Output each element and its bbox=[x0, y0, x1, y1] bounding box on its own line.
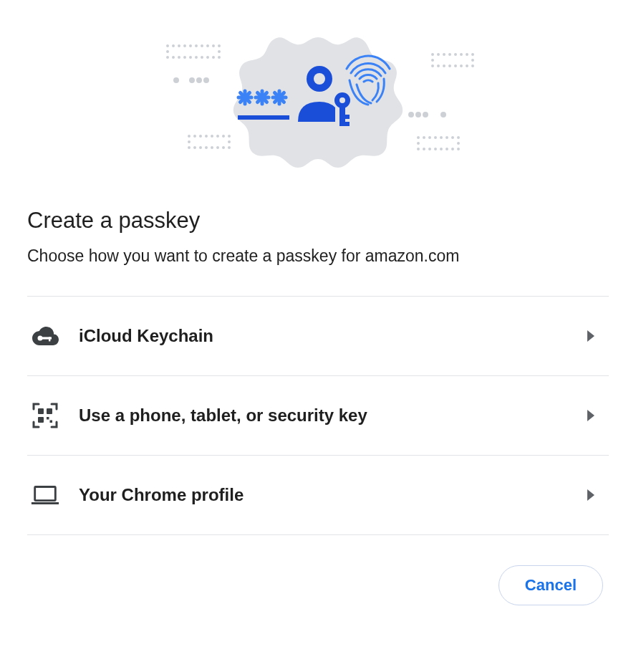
svg-point-1 bbox=[189, 77, 195, 83]
svg-point-23 bbox=[206, 56, 209, 59]
svg-point-66 bbox=[417, 136, 420, 139]
option-label: iCloud Keychain bbox=[79, 326, 587, 346]
svg-rect-102 bbox=[339, 115, 350, 119]
cloud-key-icon bbox=[30, 321, 60, 351]
svg-point-74 bbox=[417, 142, 420, 145]
laptop-icon bbox=[30, 480, 60, 510]
svg-point-15 bbox=[218, 50, 221, 53]
svg-point-47 bbox=[440, 112, 446, 117]
svg-point-45 bbox=[415, 112, 421, 117]
svg-point-58 bbox=[431, 64, 434, 67]
svg-point-48 bbox=[431, 53, 434, 56]
svg-point-43 bbox=[228, 146, 231, 149]
passkey-options-list: iCloud Keychain Use a phone, tablet, or … bbox=[27, 296, 609, 535]
svg-point-81 bbox=[445, 148, 448, 150]
svg-point-52 bbox=[454, 53, 457, 56]
svg-point-34 bbox=[188, 140, 191, 143]
svg-point-75 bbox=[457, 142, 460, 145]
svg-point-80 bbox=[440, 148, 443, 150]
svg-point-64 bbox=[466, 64, 468, 67]
option-chrome-profile[interactable]: Your Chrome profile bbox=[27, 456, 609, 535]
svg-point-98 bbox=[314, 73, 325, 85]
svg-point-72 bbox=[451, 136, 454, 139]
svg-point-50 bbox=[443, 53, 445, 56]
svg-point-77 bbox=[423, 148, 425, 150]
option-phone-tablet-security-key[interactable]: Use a phone, tablet, or security key bbox=[27, 376, 609, 456]
svg-point-28 bbox=[199, 135, 202, 138]
svg-point-46 bbox=[423, 112, 428, 117]
svg-point-4 bbox=[166, 44, 169, 47]
svg-rect-103 bbox=[339, 122, 350, 126]
svg-point-18 bbox=[178, 56, 180, 59]
svg-point-33 bbox=[228, 135, 231, 138]
svg-point-20 bbox=[189, 56, 192, 59]
chevron-right-icon bbox=[587, 410, 594, 421]
svg-point-67 bbox=[423, 136, 425, 139]
svg-point-13 bbox=[218, 44, 221, 47]
svg-point-71 bbox=[445, 136, 448, 139]
svg-point-83 bbox=[457, 148, 460, 150]
svg-point-3 bbox=[203, 77, 209, 83]
chevron-right-icon bbox=[587, 489, 594, 501]
dialog-footer: Cancel bbox=[27, 565, 609, 605]
svg-point-44 bbox=[408, 112, 414, 117]
dialog-subtitle: Choose how you want to create a passkey … bbox=[27, 246, 609, 266]
svg-point-42 bbox=[222, 146, 225, 149]
svg-point-79 bbox=[434, 148, 437, 150]
svg-point-36 bbox=[188, 146, 191, 149]
svg-point-26 bbox=[188, 135, 191, 138]
svg-point-68 bbox=[428, 136, 431, 139]
svg-point-24 bbox=[212, 56, 215, 59]
qr-scan-icon bbox=[30, 400, 60, 431]
svg-point-59 bbox=[437, 64, 440, 67]
svg-rect-106 bbox=[49, 337, 50, 341]
svg-point-76 bbox=[417, 148, 420, 150]
svg-point-6 bbox=[178, 44, 180, 47]
svg-point-65 bbox=[471, 64, 474, 67]
svg-point-31 bbox=[216, 135, 219, 138]
svg-point-22 bbox=[201, 56, 203, 59]
svg-rect-111 bbox=[50, 421, 53, 423]
svg-point-38 bbox=[199, 146, 202, 149]
passkey-dialog: Create a passkey Choose how you want to … bbox=[0, 0, 636, 627]
svg-point-40 bbox=[211, 146, 213, 149]
svg-point-54 bbox=[466, 53, 468, 56]
svg-point-17 bbox=[172, 56, 175, 59]
svg-point-37 bbox=[193, 146, 196, 149]
svg-point-9 bbox=[195, 44, 198, 47]
svg-point-29 bbox=[205, 135, 208, 138]
svg-point-70 bbox=[440, 136, 443, 139]
svg-point-62 bbox=[454, 64, 457, 67]
svg-point-73 bbox=[457, 136, 460, 139]
svg-point-63 bbox=[460, 64, 463, 67]
svg-point-14 bbox=[166, 50, 169, 53]
svg-point-12 bbox=[212, 44, 215, 47]
svg-point-0 bbox=[173, 77, 179, 83]
svg-rect-110 bbox=[47, 417, 49, 420]
dialog-title: Create a passkey bbox=[27, 208, 609, 234]
svg-point-2 bbox=[196, 77, 202, 83]
svg-point-32 bbox=[222, 135, 225, 138]
svg-point-21 bbox=[195, 56, 198, 59]
passkey-illustration bbox=[27, 21, 609, 179]
svg-point-39 bbox=[205, 146, 208, 149]
option-label: Your Chrome profile bbox=[79, 485, 587, 505]
svg-rect-108 bbox=[47, 408, 52, 414]
svg-point-100 bbox=[339, 97, 345, 103]
cancel-button[interactable]: Cancel bbox=[498, 565, 603, 605]
svg-rect-112 bbox=[35, 487, 56, 501]
svg-point-61 bbox=[448, 64, 451, 67]
svg-point-69 bbox=[434, 136, 437, 139]
option-icloud-keychain[interactable]: iCloud Keychain bbox=[27, 297, 609, 376]
svg-point-56 bbox=[431, 59, 434, 62]
svg-point-78 bbox=[428, 148, 431, 150]
svg-point-11 bbox=[206, 44, 209, 47]
svg-point-82 bbox=[451, 148, 454, 150]
svg-point-7 bbox=[183, 44, 186, 47]
svg-point-55 bbox=[471, 53, 474, 56]
svg-point-5 bbox=[172, 44, 175, 47]
svg-point-35 bbox=[228, 140, 231, 143]
chevron-right-icon bbox=[587, 330, 594, 342]
svg-point-8 bbox=[189, 44, 192, 47]
svg-point-10 bbox=[201, 44, 203, 47]
